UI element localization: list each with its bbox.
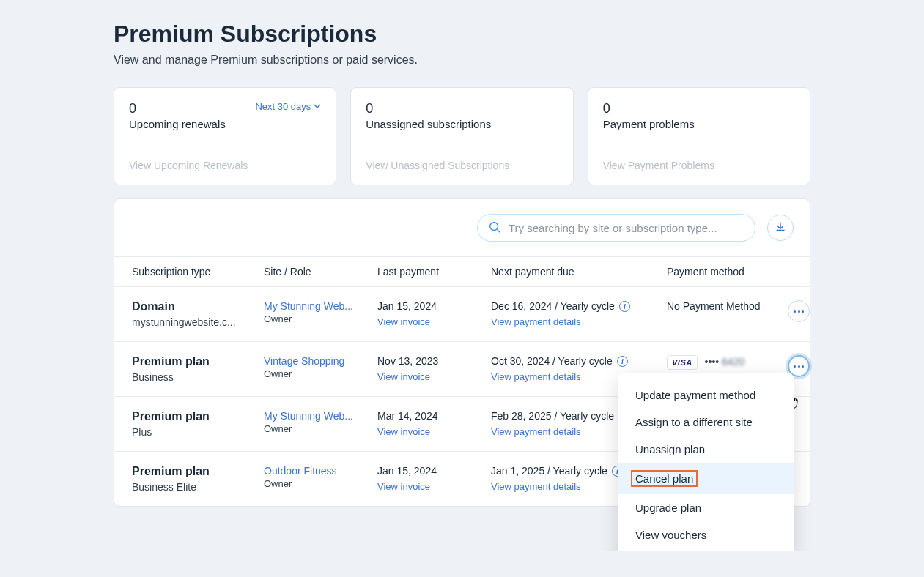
subscriptions-table: Subscription type Site / Role Last payme… (114, 198, 810, 507)
last-payment-date: Nov 13, 2023 (377, 355, 491, 367)
card-label: Unassigned subscriptions (366, 118, 491, 130)
info-icon[interactable]: i (619, 301, 630, 312)
next-payment-text: Oct 30, 2024 / Yearly cycle (491, 355, 613, 367)
subscription-type: Premium plan (132, 410, 264, 423)
view-invoice-link[interactable]: View invoice (377, 426, 430, 437)
payment-method-card: VISA •••• 6420 (667, 355, 788, 370)
next-payment-text: Jan 1, 2025 / Yearly cycle (491, 465, 607, 477)
menu-assign-site[interactable]: Assign to a different site (618, 409, 794, 436)
card-period-dropdown[interactable]: Next 30 days (255, 101, 321, 112)
next-payment-text: Feb 28, 2025 / Yearly cycle (491, 410, 614, 422)
next-payment-text: Dec 16, 2024 / Yearly cycle (491, 300, 615, 312)
subscription-subtype: mystunningwebsite.c... (132, 316, 264, 328)
row-actions-menu: Update payment method Assign to a differ… (618, 373, 794, 551)
card-link[interactable]: View Unassigned Subscriptions (366, 160, 558, 171)
card-count: 0 (603, 101, 695, 116)
search-box[interactable] (477, 214, 755, 242)
card-count: 0 (366, 101, 491, 116)
card-upcoming-renewals: 0 Upcoming renewals Next 30 days View Up… (114, 87, 336, 185)
col-payment-method: Payment method (667, 266, 788, 278)
payment-method-text: No Payment Method (667, 300, 788, 312)
view-payment-details-link[interactable]: View payment details (491, 426, 581, 437)
role-label: Owner (264, 368, 377, 379)
table-row: Premium plan Business Vintage Shopping O… (114, 342, 810, 397)
view-payment-details-link[interactable]: View payment details (491, 371, 581, 382)
card-unassigned-subscriptions: 0 Unassigned subscriptions View Unassign… (350, 87, 573, 185)
menu-cancel-plan-label: Cancel plan (631, 470, 698, 487)
page-title: Premium Subscriptions (114, 21, 810, 48)
last-payment-date: Jan 15, 2024 (377, 300, 491, 312)
download-icon (775, 221, 786, 235)
svg-line-1 (498, 229, 500, 232)
menu-cancel-plan[interactable]: Cancel plan (618, 463, 794, 494)
search-icon (488, 220, 501, 236)
svg-point-0 (490, 222, 498, 230)
site-link[interactable]: Vintage Shopping (264, 355, 366, 367)
last-payment-date: Jan 15, 2024 (377, 465, 491, 477)
subscription-type: Premium plan (132, 465, 264, 478)
col-last-payment: Last payment (377, 266, 491, 278)
site-link[interactable]: My Stunning Web... (264, 410, 366, 422)
more-icon (794, 365, 804, 368)
subscription-subtype: Business Elite (132, 481, 264, 493)
subscription-subtype: Business (132, 371, 264, 383)
card-brand-badge: VISA (667, 355, 698, 370)
card-last-digits: 6420 (722, 356, 744, 368)
more-actions-button[interactable] (788, 300, 810, 322)
table-header: Subscription type Site / Role Last payme… (114, 256, 810, 287)
view-payment-details-link[interactable]: View payment details (491, 481, 581, 492)
last-payment-date: Mar 14, 2024 (377, 410, 491, 422)
subscription-subtype: Plus (132, 426, 264, 438)
menu-upgrade-plan[interactable]: Upgrade plan (618, 494, 794, 521)
subscription-type: Domain (132, 300, 264, 313)
role-label: Owner (264, 313, 377, 324)
more-icon (794, 310, 804, 313)
col-next-payment: Next payment due (491, 266, 667, 278)
site-link[interactable]: Outdoor Fitness (264, 465, 366, 477)
view-payment-details-link[interactable]: View payment details (491, 316, 581, 327)
subscription-type: Premium plan (132, 355, 264, 368)
role-label: Owner (264, 423, 377, 434)
card-mask-dots: •••• (705, 356, 720, 368)
view-invoice-link[interactable]: View invoice (377, 371, 430, 382)
info-icon[interactable]: i (617, 356, 628, 367)
card-link[interactable]: View Payment Problems (603, 160, 795, 171)
view-invoice-link[interactable]: View invoice (377, 316, 430, 327)
summary-cards: 0 Upcoming renewals Next 30 days View Up… (114, 87, 810, 185)
search-input[interactable] (509, 222, 744, 234)
card-count: 0 (129, 101, 226, 116)
view-invoice-link[interactable]: View invoice (377, 481, 430, 492)
col-subscription-type: Subscription type (132, 266, 264, 278)
chevron-down-icon (314, 101, 321, 112)
menu-update-payment[interactable]: Update payment method (618, 381, 794, 409)
table-toolbar (114, 199, 810, 256)
card-link[interactable]: View Upcoming Renewals (129, 160, 321, 171)
table-row: Domain mystunningwebsite.c... My Stunnin… (114, 287, 810, 342)
menu-view-vouchers[interactable]: View vouchers (618, 521, 794, 548)
download-button[interactable] (767, 215, 794, 241)
card-payment-problems: 0 Payment problems View Payment Problems (588, 87, 810, 185)
page-subtitle: View and manage Premium subscriptions or… (114, 53, 810, 67)
card-period-label: Next 30 days (255, 101, 311, 112)
card-label: Upcoming renewals (129, 118, 226, 130)
site-link[interactable]: My Stunning Web... (264, 300, 366, 312)
col-site-role: Site / Role (264, 266, 377, 278)
role-label: Owner (264, 478, 377, 489)
menu-unassign-plan[interactable]: Unassign plan (618, 436, 794, 463)
card-label: Payment problems (603, 118, 695, 130)
